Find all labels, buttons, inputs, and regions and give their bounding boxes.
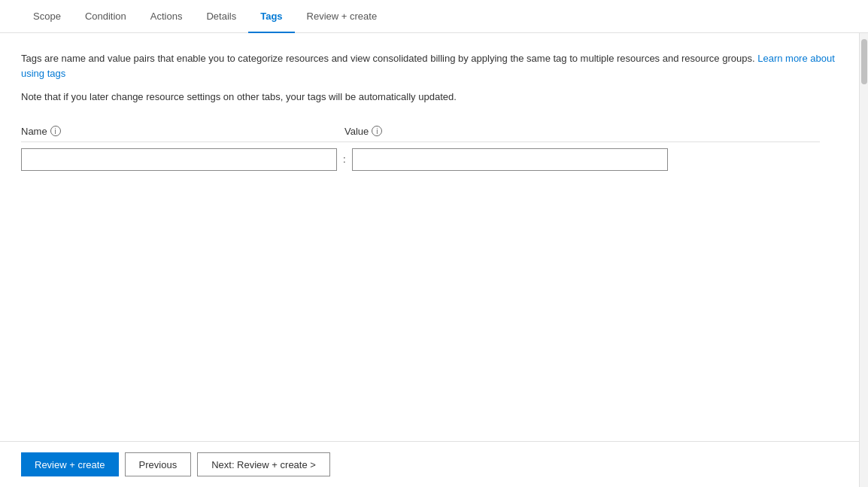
main-content: Tags are name and value pairs that enabl…	[0, 33, 859, 441]
tab-tags[interactable]: Tags	[248, 0, 294, 32]
value-column-header: Value i	[344, 126, 820, 137]
tab-scope[interactable]: Scope	[21, 0, 73, 32]
field-header-row: Name i Value i	[21, 126, 820, 142]
value-label: Value	[344, 126, 369, 137]
name-info-icon[interactable]: i	[50, 126, 61, 136]
next-button[interactable]: Next: Review + create >	[197, 452, 330, 476]
footer: Review + create Previous Next: Review + …	[0, 441, 859, 487]
tag-input-row: :	[21, 148, 820, 171]
colon-separator: :	[337, 154, 352, 165]
name-label: Name	[21, 126, 47, 137]
page-wrapper: Tags are name and value pairs that enabl…	[0, 33, 868, 487]
description-text: Tags are name and value pairs that enabl…	[21, 51, 838, 81]
tab-condition[interactable]: Condition	[73, 0, 138, 32]
content-area: Tags are name and value pairs that enabl…	[0, 33, 859, 487]
tag-name-input[interactable]	[21, 148, 337, 171]
tab-review-create[interactable]: Review + create	[295, 0, 390, 32]
tab-details[interactable]: Details	[194, 0, 248, 32]
review-create-button[interactable]: Review + create	[21, 452, 119, 476]
description-main: Tags are name and value pairs that enabl…	[21, 53, 755, 64]
previous-button[interactable]: Previous	[125, 452, 192, 476]
note-text: Note that if you later change resource s…	[21, 90, 838, 105]
name-column-header: Name i	[21, 126, 344, 137]
scrollbar[interactable]	[859, 33, 868, 487]
tags-form: Name i Value i :	[21, 126, 838, 171]
tab-actions[interactable]: Actions	[138, 0, 195, 32]
value-info-icon[interactable]: i	[372, 126, 382, 136]
tab-navigation: ScopeConditionActionsDetailsTagsReview +…	[0, 0, 868, 33]
scrollbar-thumb	[861, 39, 867, 84]
tag-value-input[interactable]	[352, 148, 668, 171]
